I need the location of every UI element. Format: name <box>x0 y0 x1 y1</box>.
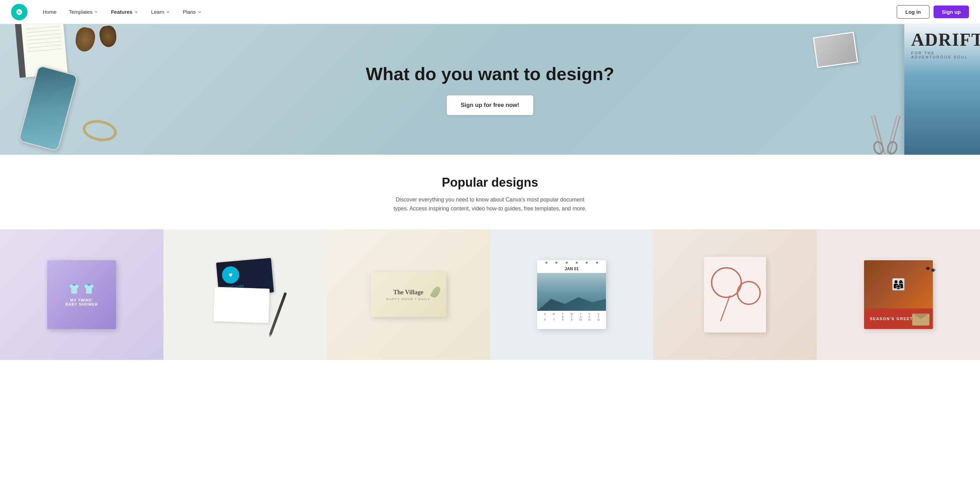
templates-chevron-icon <box>94 10 99 14</box>
nav-learn-label: Learn <box>151 9 164 15</box>
design-card-christmas[interactable]: 👨‍👩‍👧 SEASON'S GREETINGS! 🕶️ <box>816 229 980 360</box>
nav-templates[interactable]: Templates <box>63 6 104 17</box>
nav-templates-label: Templates <box>69 9 92 15</box>
nav-home[interactable]: Home <box>37 6 62 17</box>
main-nav: Home Templates Features Learn Plans <box>37 6 897 17</box>
design-card-business[interactable]: ♥ HEART CARE <box>164 229 327 360</box>
nav-learn[interactable]: Learn <box>146 6 176 17</box>
login-button[interactable]: Log in <box>897 5 929 19</box>
hero-section: ADRIFT For the adventurous soul What do … <box>0 24 980 155</box>
design-card-invitations[interactable]: 👕 👕 MY TWINS' BABY SHOWER <box>0 229 164 360</box>
hero-cta-button[interactable]: Sign up for free now! <box>447 95 533 115</box>
signup-button[interactable]: Sign up <box>934 5 969 18</box>
hero-content: What do you want to design? Sign up for … <box>366 63 614 115</box>
popular-description: Discover everything you need to know abo… <box>390 195 590 213</box>
nav-features[interactable]: Features <box>105 6 144 17</box>
popular-title: Popular designs <box>21 175 959 190</box>
hero-title: What do you want to design? <box>366 63 614 84</box>
canva-logo[interactable] <box>11 4 27 20</box>
nav-plans-label: Plans <box>183 9 196 15</box>
navbar: Home Templates Features Learn Plans Log … <box>0 0 980 24</box>
design-cards-row: 👕 👕 MY TWINS' BABY SHOWER ♥ HEART CARE T… <box>0 229 980 360</box>
nav-home-label: Home <box>43 9 56 15</box>
learn-chevron-icon <box>165 10 170 14</box>
design-card-poster[interactable] <box>654 229 817 360</box>
popular-designs-section: Popular designs Discover everything you … <box>0 155 980 213</box>
features-chevron-icon <box>134 10 139 14</box>
nav-plans[interactable]: Plans <box>177 6 207 17</box>
design-card-calendar[interactable]: JAN 01 SMT WTF S 1 234 5 678 91011 12 <box>490 229 654 360</box>
nav-features-label: Features <box>111 9 132 15</box>
plans-chevron-icon <box>197 10 202 14</box>
navbar-actions: Log in Sign up <box>897 5 969 19</box>
design-card-village[interactable]: The Village HAPPY HOUR • DAILY <box>326 229 490 360</box>
